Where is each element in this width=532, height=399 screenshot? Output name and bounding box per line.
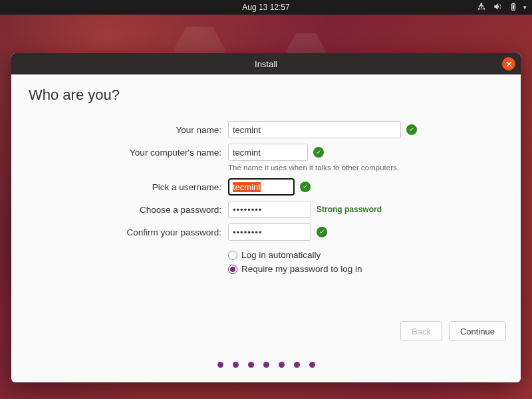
check-icon [300,182,311,192]
network-icon[interactable] [477,2,486,13]
continue-button[interactable]: Continue [449,321,506,341]
confirm-label: Confirm your password: [29,227,228,237]
check-icon [317,227,327,237]
hostname-input[interactable] [228,144,308,161]
radio-require-password-label: Require my password to log in [241,264,362,274]
window-content: Who are you? Your name: Your computer's … [11,74,521,382]
radio-require-password[interactable]: Require my password to log in [228,264,503,274]
tray-chevron-icon[interactable]: ▾ [523,4,527,11]
progress-dots [11,362,521,368]
window-title: Install [255,59,277,69]
page-heading: Who are you? [29,86,503,104]
system-tray: ▾ [477,0,527,15]
confirm-input[interactable] [228,223,311,241]
battery-icon[interactable] [509,2,518,13]
password-input[interactable] [228,201,311,218]
radio-dot [228,251,237,260]
clock: Aug 13 12:57 [242,3,289,12]
check-icon [406,124,417,135]
volume-icon[interactable] [493,2,502,13]
check-icon [313,147,324,158]
hostname-label: Your computer's name: [29,148,228,158]
window-titlebar: Install [11,53,521,74]
radio-auto-login[interactable]: Log in automatically [228,250,503,260]
password-strength: Strong password [317,205,382,214]
back-button[interactable]: Back [400,321,442,341]
username-label: Pick a username: [29,182,228,192]
footer-buttons: Back Continue [400,321,506,341]
window-close-button[interactable] [502,57,515,70]
password-label: Choose a password: [29,205,228,215]
radio-auto-login-label: Log in automatically [241,250,321,260]
svg-rect-3 [513,5,514,9]
user-form: Your name: Your computer's name: The nam… [29,121,503,274]
hostname-hint: The name it uses when it talks to other … [228,164,503,172]
name-input[interactable] [228,121,401,138]
svg-point-0 [481,3,482,4]
installer-window: Install Who are you? Your name: Your com… [11,53,521,382]
name-label: Your name: [29,125,228,135]
radio-dot [228,265,237,274]
username-input[interactable] [228,178,295,196]
top-bar: Aug 13 12:57 ▾ [0,0,532,15]
